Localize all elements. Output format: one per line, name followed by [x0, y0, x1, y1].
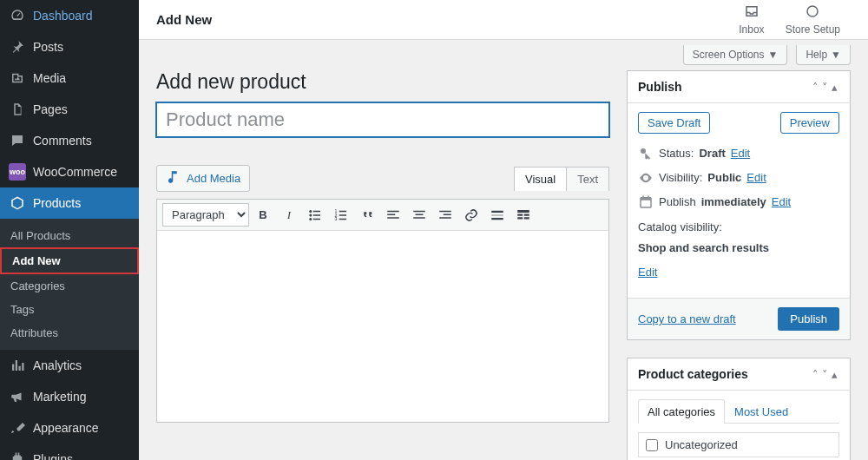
- svg-rect-34: [642, 196, 644, 200]
- align-center-button[interactable]: [407, 204, 431, 227]
- main-panel: Add New Inbox Store Setup Screen Options…: [139, 0, 868, 460]
- box-icon: [9, 194, 26, 212]
- editor-tab-text[interactable]: Text: [567, 167, 609, 191]
- sidebar-item-comments[interactable]: Comments: [0, 125, 139, 156]
- svg-rect-14: [387, 210, 399, 212]
- circle-icon: [805, 3, 820, 22]
- sidebar-item-label: Plugins: [33, 452, 73, 460]
- caret-down-icon: ▼: [831, 49, 841, 61]
- sidebar-item-marketing[interactable]: Marketing: [0, 381, 139, 412]
- svg-point-4: [309, 214, 312, 216]
- editor-canvas[interactable]: [157, 231, 608, 422]
- brush-icon: [9, 419, 26, 437]
- numbered-list-button[interactable]: 123: [329, 204, 353, 227]
- tab-all-categories[interactable]: All categories: [638, 399, 725, 424]
- caret-up-icon[interactable]: ▴: [830, 81, 839, 94]
- comment-icon: [9, 132, 26, 149]
- blockquote-button[interactable]: [355, 204, 379, 227]
- help-toggle[interactable]: Help ▼: [796, 45, 851, 65]
- sidebar-item-label: Comments: [33, 134, 92, 148]
- chevron-down-icon[interactable]: ˅: [820, 368, 830, 381]
- italic-button[interactable]: I: [277, 204, 301, 227]
- caret-up-icon[interactable]: ▴: [830, 368, 839, 381]
- store-setup-button[interactable]: Store Setup: [775, 3, 851, 36]
- bar-chart-icon: [9, 357, 26, 374]
- svg-rect-16: [387, 217, 399, 219]
- plug-icon: [9, 450, 26, 460]
- eye-icon: [638, 170, 654, 186]
- screen-option-row: Screen Options ▼ Help ▼: [139, 40, 868, 65]
- insert-more-button[interactable]: [485, 204, 510, 227]
- inbox-label: Inbox: [739, 23, 764, 36]
- link-button[interactable]: [459, 204, 483, 227]
- subnav-tags[interactable]: Tags: [0, 298, 139, 321]
- music-note-icon: [166, 169, 181, 187]
- screen-options-toggle[interactable]: Screen Options ▼: [683, 45, 788, 65]
- edit-visibility-link[interactable]: Edit: [746, 170, 766, 186]
- sidebar-item-media[interactable]: Media: [0, 62, 139, 94]
- tab-most-used[interactable]: Most Used: [725, 399, 798, 424]
- sidebar-item-pages[interactable]: Pages: [0, 94, 139, 125]
- svg-point-6: [309, 218, 312, 220]
- publish-when-prefix: Publish: [659, 194, 696, 210]
- subnav-add-new[interactable]: Add New: [0, 247, 139, 274]
- sidebar-item-label: WooCommerce: [33, 165, 117, 179]
- publish-metabox: Publish ˄ ˅ ▴ Save Draft Preview Status:: [627, 70, 851, 340]
- bold-button[interactable]: B: [251, 204, 275, 227]
- subnav-categories[interactable]: Categories: [0, 274, 139, 298]
- edit-publish-date-link[interactable]: Edit: [772, 194, 791, 210]
- woocommerce-icon: woo: [9, 163, 26, 181]
- toolbar-toggle-button[interactable]: [511, 204, 536, 227]
- bullet-list-button[interactable]: [303, 204, 327, 227]
- format-select[interactable]: Paragraph: [162, 203, 249, 227]
- product-name-input[interactable]: [156, 102, 609, 137]
- sidebar-item-posts[interactable]: Posts: [0, 31, 139, 62]
- svg-rect-29: [517, 217, 523, 219]
- catalog-value: Shop and search results: [638, 240, 769, 256]
- sidebar-item-appearance[interactable]: Appearance: [0, 412, 139, 444]
- preview-button[interactable]: Preview: [780, 112, 839, 134]
- svg-rect-24: [491, 214, 503, 216]
- sidebar-item-woocommerce[interactable]: woo WooCommerce: [0, 156, 139, 187]
- editor-tab-visual[interactable]: Visual: [514, 167, 567, 191]
- sidebar-item-plugins[interactable]: Plugins: [0, 444, 139, 460]
- svg-rect-23: [491, 210, 503, 212]
- svg-rect-9: [339, 210, 346, 212]
- editor-column: Add new product Add Media Visual Text: [156, 70, 609, 443]
- category-item-uncategorized[interactable]: Uncategorized: [638, 432, 839, 457]
- edit-status-link[interactable]: Edit: [731, 146, 750, 161]
- sidebar-item-label: Analytics: [33, 358, 82, 372]
- align-left-button[interactable]: [381, 204, 405, 227]
- sidebar-item-dashboard[interactable]: Dashboard: [0, 0, 139, 31]
- sidebar-item-products[interactable]: Products: [0, 187, 139, 219]
- add-media-button[interactable]: Add Media: [156, 165, 250, 192]
- gauge-icon: [9, 7, 26, 24]
- visibility-label: Visibility:: [659, 170, 702, 186]
- svg-point-31: [641, 148, 646, 154]
- category-checkbox[interactable]: [646, 439, 658, 451]
- edit-catalog-link[interactable]: Edit: [638, 265, 657, 280]
- svg-rect-18: [416, 214, 424, 215]
- sidebar-item-label: Products: [33, 196, 81, 210]
- align-right-button[interactable]: [433, 204, 457, 227]
- categories-title: Product categories: [638, 367, 811, 381]
- megaphone-icon: [9, 388, 26, 405]
- inbox-button[interactable]: Inbox: [728, 3, 774, 36]
- publish-when-value: immediately: [701, 194, 766, 210]
- publish-button[interactable]: Publish: [778, 307, 839, 331]
- store-setup-label: Store Setup: [786, 23, 840, 36]
- svg-rect-17: [413, 210, 425, 212]
- subnav-all-products[interactable]: All Products: [0, 224, 139, 247]
- save-draft-button[interactable]: Save Draft: [638, 112, 710, 134]
- sidebar-item-analytics[interactable]: Analytics: [0, 350, 139, 381]
- svg-rect-20: [439, 210, 451, 212]
- chevron-down-icon[interactable]: ˅: [820, 81, 830, 94]
- copy-new-draft-link[interactable]: Copy to a new draft: [638, 312, 736, 325]
- chevron-up-icon[interactable]: ˄: [811, 368, 820, 381]
- pin-icon: [9, 38, 26, 56]
- chevron-up-icon[interactable]: ˄: [811, 81, 820, 94]
- svg-rect-22: [439, 217, 451, 219]
- publish-title: Publish: [638, 80, 811, 94]
- subnav-attributes[interactable]: Attributes: [0, 321, 139, 345]
- svg-rect-30: [524, 217, 529, 219]
